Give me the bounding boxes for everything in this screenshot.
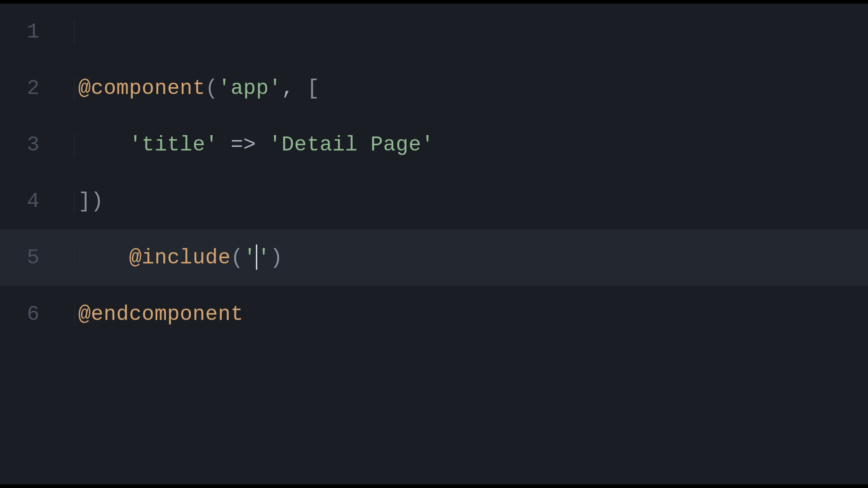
code-line[interactable]: 4]) <box>0 173 868 230</box>
code-token: , <box>282 77 307 100</box>
code-token: @component <box>78 77 205 100</box>
code-token: ' <box>243 246 256 270</box>
code-editor[interactable]: 12@component('app', [3 'title' => 'Detai… <box>0 0 868 488</box>
code-content[interactable]: @include('') <box>75 245 283 271</box>
code-line[interactable]: 5 @include('') <box>0 230 868 286</box>
letterbox-bottom <box>0 484 868 488</box>
code-token: ]) <box>78 190 104 213</box>
letterbox-top <box>0 0 868 4</box>
code-token: @include <box>129 246 231 270</box>
code-token: ' <box>257 246 270 270</box>
line-number: 5 <box>0 246 75 270</box>
code-token: @endcomponent <box>78 303 243 326</box>
code-line[interactable]: 1 <box>0 4 868 60</box>
code-content[interactable]: @component('app', [ <box>75 77 320 100</box>
text-cursor <box>256 244 257 270</box>
code-token: ( <box>205 77 218 100</box>
code-token: 'title' <box>129 133 218 157</box>
code-content[interactable]: ]) <box>75 190 104 213</box>
code-token: 'app' <box>218 77 282 100</box>
code-line[interactable]: 6@endcomponent <box>0 286 868 343</box>
code-content[interactable]: @endcomponent <box>75 303 243 326</box>
line-number: 2 <box>0 77 75 100</box>
line-number: 4 <box>0 190 75 213</box>
line-number: 3 <box>0 133 75 157</box>
code-token: [ <box>307 77 320 100</box>
line-number: 6 <box>0 303 75 326</box>
code-token: => <box>218 133 269 157</box>
code-content[interactable]: 'title' => 'Detail Page' <box>75 133 434 157</box>
line-number: 1 <box>0 20 75 44</box>
code-token: ) <box>270 246 283 270</box>
code-token: 'Detail Page' <box>269 133 434 157</box>
code-line[interactable]: 2@component('app', [ <box>0 60 868 117</box>
code-line[interactable]: 3 'title' => 'Detail Page' <box>0 117 868 173</box>
code-token: ( <box>231 246 243 270</box>
